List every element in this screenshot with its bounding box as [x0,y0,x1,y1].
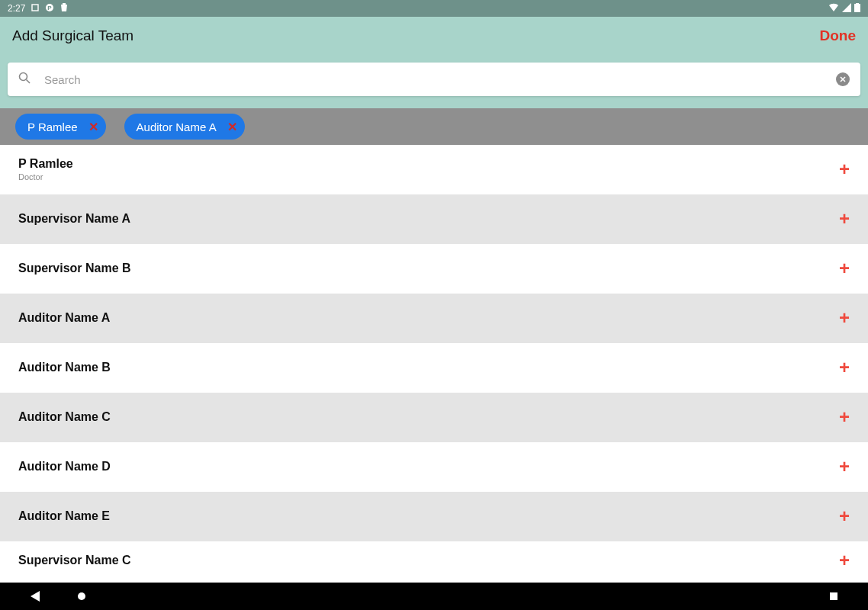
list-item[interactable]: P Ramlee Doctor + [0,145,868,194]
chip-auditor-name-a[interactable]: Auditor Name A ✕ [124,114,245,140]
search-input[interactable] [44,73,822,86]
status-bar: 2:27 P [0,0,868,17]
person-name: Auditor Name D [18,460,111,474]
done-button[interactable]: Done [820,27,857,44]
person-subtitle: Doctor [18,172,73,181]
chip-p-ramlee[interactable]: P Ramlee ✕ [15,114,106,140]
add-button[interactable]: + [839,309,850,327]
battery-icon [854,3,860,14]
list-item[interactable]: Auditor Name E + [0,492,868,541]
trash-icon [60,3,68,14]
android-nav-bar [0,583,868,610]
add-button[interactable]: + [839,358,850,377]
person-name: P Ramlee [18,157,73,171]
status-time: 2:27 [8,3,25,14]
clear-search-icon[interactable] [836,72,850,86]
add-button[interactable]: + [839,210,850,228]
list-item[interactable]: Supervisor Name C + [0,541,868,580]
page-title: Add Surgical Team [12,27,133,44]
list-item[interactable]: Supervisor Name A + [0,194,868,244]
add-button[interactable]: + [839,551,850,570]
person-name: Supervisor Name C [18,554,131,567]
add-button[interactable]: + [839,458,850,476]
list-item[interactable]: Auditor Name A + [0,294,868,343]
person-name: Auditor Name E [18,509,110,523]
svg-rect-0 [32,5,38,11]
list-item[interactable]: Supervisor Name B + [0,244,868,294]
search-container [0,55,868,108]
add-button[interactable]: + [839,160,850,178]
svg-rect-4 [856,3,859,5]
svg-point-5 [20,73,27,81]
square-icon [31,3,39,14]
signal-icon [842,3,851,14]
nav-recent-icon[interactable] [830,592,837,600]
chip-remove-icon[interactable]: ✕ [88,120,98,134]
svg-rect-3 [854,4,860,12]
search-box[interactable] [8,63,860,96]
person-name: Supervisor Name A [18,212,130,226]
person-name: Auditor Name A [18,311,110,325]
nav-back-icon[interactable] [31,591,40,602]
nav-home-icon[interactable] [78,592,85,600]
chip-label: Auditor Name A [137,120,217,133]
search-icon [18,72,31,87]
person-list[interactable]: P Ramlee Doctor + Supervisor Name A + Su… [0,145,868,583]
circle-p-icon: P [45,3,54,14]
chip-label: P Ramlee [27,120,78,133]
list-item[interactable]: Auditor Name B + [0,343,868,393]
svg-text:P: P [48,5,53,11]
selected-chip-bar: P Ramlee ✕ Auditor Name A ✕ [0,108,868,145]
add-button[interactable]: + [839,507,850,525]
chip-remove-icon[interactable]: ✕ [227,120,237,134]
add-button[interactable]: + [839,408,850,426]
svg-line-6 [27,80,31,84]
app-bar: Add Surgical Team Done [0,17,868,55]
list-item[interactable]: Auditor Name D + [0,442,868,492]
add-button[interactable]: + [839,259,850,278]
wifi-icon [828,3,839,14]
person-name: Supervisor Name B [18,262,131,275]
list-item[interactable]: Auditor Name C + [0,393,868,442]
person-name: Auditor Name C [18,410,111,424]
person-name: Auditor Name B [18,361,111,374]
